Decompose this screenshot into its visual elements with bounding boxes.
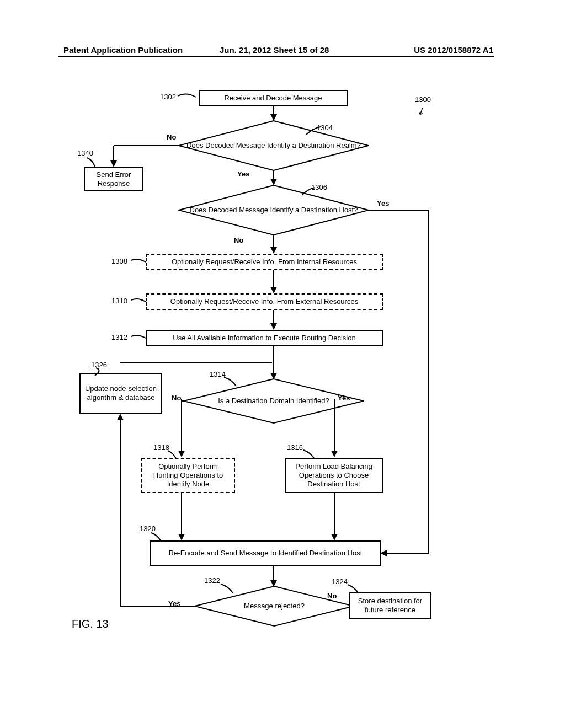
svg-marker-31 — [331, 534, 338, 540]
ref-1310: 1310 — [111, 297, 127, 305]
ref-1318: 1318 — [153, 443, 169, 452]
diamond-dest-realm-text: Does Decoded Message Identify a Destinat… — [178, 141, 369, 150]
label-no-1304: No — [167, 133, 176, 141]
diamond-domain-identified: Is a Destination Domain Identified? — [183, 378, 364, 424]
label-yes-1306: Yes — [377, 199, 389, 207]
box-load-balancing: Perform Load Balancing Operations to Cho… — [285, 458, 383, 493]
ref-1340: 1340 — [77, 149, 93, 157]
diamond-dest-realm: Does Decoded Message Identify a Destinat… — [178, 120, 369, 171]
svg-marker-24 — [178, 451, 185, 457]
label-yes-1322: Yes — [168, 599, 180, 608]
box-update-algorithm: Update node-selection algorithm & databa… — [79, 373, 162, 414]
svg-marker-14 — [270, 247, 277, 254]
label-no-1314: No — [172, 394, 181, 402]
box-receive-decode: Receive and Decode Message — [199, 90, 348, 106]
label-no-1306: No — [234, 236, 243, 244]
label-yes-1304: Yes — [237, 170, 249, 178]
flowchart: 1300 ↙ Receive and Decode Message 1302 D… — [0, 61, 565, 728]
svg-marker-26 — [331, 451, 338, 457]
ref-1314: 1314 — [210, 370, 226, 378]
header-mid: Jun. 21, 2012 Sheet 15 of 28 — [220, 45, 329, 55]
box-routing-decision: Use All Available Information to Execute… — [146, 330, 383, 346]
svg-marker-16 — [270, 287, 277, 293]
ref-1300-arrow: ↙ — [415, 104, 428, 118]
ref-1320: 1320 — [140, 524, 156, 533]
box-hunting: Optionally Perform Hunting Operations to… — [141, 458, 235, 493]
box-external-resources: Optionally Request/Receive Info. From Ex… — [146, 293, 383, 310]
svg-marker-5 — [110, 160, 117, 167]
header-right: US 2012/0158872 A1 — [414, 45, 493, 55]
ref-1312: 1312 — [111, 333, 127, 341]
label-yes-1314: Yes — [338, 394, 350, 402]
ref-1326: 1326 — [91, 361, 107, 369]
diamond-dest-host-text: Does Decoded Message Identify a Destinat… — [178, 206, 369, 215]
ref-1324: 1324 — [332, 577, 348, 586]
box-reencode-send: Re-Encode and Send Message to Identified… — [150, 540, 381, 566]
ref-1300: 1300 — [415, 95, 431, 104]
ref-1302: 1302 — [160, 93, 176, 101]
box-store-destination: Store destination for future reference — [349, 592, 431, 619]
box-internal-resources: Optionally Request/Receive Info. From In… — [146, 254, 383, 270]
ref-1316: 1316 — [287, 443, 303, 452]
ref-1322: 1322 — [204, 576, 220, 585]
header-left: Patent Application Publication — [63, 45, 183, 55]
box-send-error: Send Error Response — [84, 167, 143, 191]
figure-label: FIG. 13 — [72, 618, 109, 630]
ref-1304: 1304 — [317, 124, 333, 132]
ref-1306: 1306 — [311, 183, 327, 191]
svg-marker-29 — [178, 534, 185, 540]
ref-1308: 1308 — [111, 257, 127, 265]
diamond-dest-host: Does Decoded Message Identify a Destinat… — [178, 185, 369, 235]
svg-marker-18 — [270, 323, 277, 330]
label-no-1322: No — [327, 592, 337, 600]
diamond-domain-text: Is a Destination Domain Identified? — [183, 397, 364, 405]
header-rule — [58, 56, 494, 57]
svg-marker-37 — [117, 414, 124, 420]
diamond-rejected-text: Message rejected? — [194, 602, 354, 611]
